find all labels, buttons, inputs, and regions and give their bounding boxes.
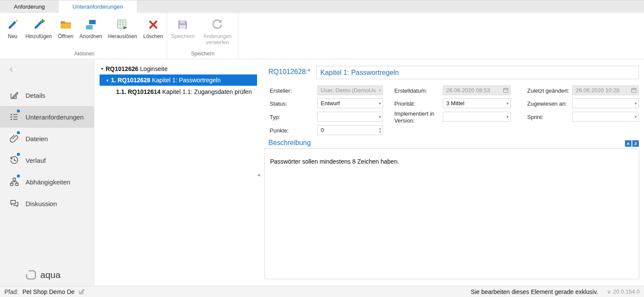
status-select[interactable]: Entwurf ▾: [317, 98, 383, 108]
sort-a-icon[interactable]: A: [625, 140, 631, 147]
sort-az-buttons: A Z: [625, 140, 639, 147]
arrange-icon: [84, 18, 98, 32]
ribbon-group-caption-speichern: Speichern: [168, 50, 237, 59]
chevron-down-icon: ▾: [377, 88, 381, 93]
notification-dot: [17, 110, 20, 113]
tree-item-title: Kapitel 1: Passwortregeln: [150, 77, 221, 84]
implemented-version-select[interactable]: ▾: [443, 112, 511, 122]
ribbon-buttons-aktionen: Neu Hinzufügen Öffnen: [3, 15, 166, 42]
sidebar-item-label: Unteranforderungen: [26, 113, 84, 121]
tree-item-title: Kapitel 1.1: Zugangsdaten prüfen: [161, 88, 252, 95]
path-section: Pfad: Pet Shop Demo De: [4, 288, 85, 295]
aqua-logo-icon: [25, 270, 37, 280]
tab-unteranforderungen[interactable]: Unteranforderungen: [59, 0, 137, 13]
expander-icon[interactable]: ▾: [104, 78, 111, 83]
tab-anforderung[interactable]: Anforderung: [0, 0, 59, 13]
ribbon-group-caption-aktionen: Aktionen: [3, 50, 166, 59]
sidebar-item-dateien[interactable]: Dateien: [0, 128, 94, 149]
tree-row-selected[interactable]: ▾1. RQ1012628 Kapitel 1: Passwortregeln: [100, 74, 257, 86]
ribbon-buttons-speichern: Speichern Änderungen verwerfen: [168, 15, 237, 48]
requirements-tree: ▾RQ1012626 Loginseite ▾1. RQ1012628 Kapi…: [94, 59, 257, 286]
status-bar: Pfad: Pet Shop Demo De Sie bearbeiten di…: [0, 286, 644, 297]
tree-item-id: 1.1. RQ1012614: [116, 88, 161, 95]
sort-z-icon[interactable]: Z: [632, 140, 639, 147]
arrange-button[interactable]: Anordnen: [77, 15, 105, 42]
aqua-logo-text: aqua: [40, 270, 61, 280]
chevron-down-icon: ▾: [377, 115, 381, 119]
notification-dot: [17, 131, 20, 134]
priority-select[interactable]: 3 Mittel ▾: [443, 98, 511, 108]
splitter-collapse-icon[interactable]: ◀: [257, 173, 260, 177]
discard-undo-icon: [210, 18, 224, 32]
sidebar-item-diskussion[interactable]: Diskussion: [0, 193, 94, 214]
status-value: Entwurf: [321, 100, 377, 107]
path-value: Pet Shop Demo De: [23, 288, 75, 295]
tree-row[interactable]: 1.1. RQ1012614 Kapitel 1.1: Zugangsdaten…: [94, 86, 257, 97]
discussion-icon: [10, 199, 19, 208]
sidebar: ‹ Details Unteranforderungen: [0, 59, 94, 286]
sprint-select[interactable]: ▾: [572, 112, 639, 122]
button-label: Hinzufügen: [26, 34, 52, 40]
chevron-down-icon: ▾: [633, 115, 637, 119]
path-label: Pfad:: [4, 288, 19, 295]
description-editor[interactable]: Passwörter sollen mindestens 8 Zeichen h…: [264, 148, 639, 279]
open-button[interactable]: Öffnen: [55, 15, 77, 42]
created-date-value: 26.06.2020 08:53: [446, 87, 503, 94]
app-window: Anforderung Unteranforderungen Neu Hinzu…: [0, 0, 644, 297]
points-value: 0: [321, 127, 379, 133]
sidebar-item-unteranforderungen[interactable]: Unteranforderungen: [0, 106, 94, 128]
sidebar-item-verlauf[interactable]: Verlauf: [0, 149, 94, 171]
type-select[interactable]: ▾: [317, 112, 383, 122]
sprint-label: Sprint:: [527, 114, 544, 120]
exclusive-edit-message: Sie bearbeiten dieses Element gerade exk…: [471, 288, 598, 295]
expander-icon[interactable]: ▾: [99, 66, 106, 71]
edit-path-icon[interactable]: [78, 288, 85, 295]
tree-item-id: 1. RQ1012628: [111, 77, 150, 84]
history-icon: [10, 155, 19, 165]
tab-bar: Anforderung Unteranforderungen: [0, 0, 644, 13]
sidebar-item-details[interactable]: Details: [0, 84, 94, 106]
sidebar-item-abhaengigkeiten[interactable]: Abhängigkeiten: [0, 171, 94, 193]
save-floppy-icon: [176, 18, 190, 32]
list-icon: [10, 112, 19, 122]
zugewiesen-an-label: Zugewiesen an:: [527, 100, 567, 107]
spin-down-icon[interactable]: ▾: [379, 130, 381, 134]
status-right-section: Sie bearbeiten dieses Element gerade exk…: [471, 288, 640, 295]
add-button[interactable]: Hinzufügen: [23, 15, 55, 42]
implementiert-label: Implementiert in Version:: [394, 110, 439, 125]
extract-button[interactable]: Herauslösen: [105, 15, 140, 42]
title-input[interactable]: [316, 66, 639, 79]
creator-value: User, Demo (DemoUs ...: [321, 87, 377, 94]
tree-row[interactable]: ▾RQ1012626 Loginseite: [94, 63, 257, 74]
button-label: Löschen: [143, 34, 163, 40]
button-label: Herauslösen: [108, 34, 137, 40]
extract-icon: [116, 18, 129, 32]
ribbon-group-speichern: Speichern Änderungen verwerfen Speichern: [167, 13, 238, 59]
sidebar-item-label: Diskussion: [26, 200, 57, 207]
save-button: Speichern: [168, 15, 197, 42]
requirement-id-label: RQ1012628:*: [268, 68, 310, 76]
notification-dot: [17, 174, 20, 178]
spin-up-icon[interactable]: ▴: [379, 127, 381, 130]
chevron-down-icon: ▾: [377, 101, 381, 106]
assignee-select[interactable]: ▾: [572, 98, 639, 108]
calendar-icon: [503, 87, 509, 93]
created-date-field: 26.06.2020 08:53: [443, 85, 511, 95]
description-header: Beschreibung: [268, 139, 311, 147]
edit-icon: [10, 90, 19, 100]
erstelldatum-label: Erstelldatum:: [394, 87, 427, 94]
discard-changes-button: Änderungen verwerfen: [197, 15, 237, 48]
new-button[interactable]: Neu: [3, 15, 23, 42]
sidebar-collapse-chevron-icon[interactable]: ‹: [10, 64, 13, 74]
calendar-icon: [631, 87, 637, 93]
new-requirement-icon: [6, 18, 19, 32]
points-spinner[interactable]: 0 ▴▾: [317, 125, 383, 135]
open-folder-icon: [59, 18, 73, 32]
delete-button[interactable]: Löschen: [140, 15, 166, 42]
ersteller-label: Ersteller:: [270, 87, 292, 94]
spinner-arrows[interactable]: ▴▾: [379, 127, 381, 134]
chevron-down-icon: ▾: [633, 101, 637, 106]
prioritaet-label: Priorität:: [394, 100, 415, 107]
sidebar-item-label: Abhängigkeiten: [26, 178, 70, 186]
sidebar-item-label: Verlauf: [26, 157, 46, 164]
